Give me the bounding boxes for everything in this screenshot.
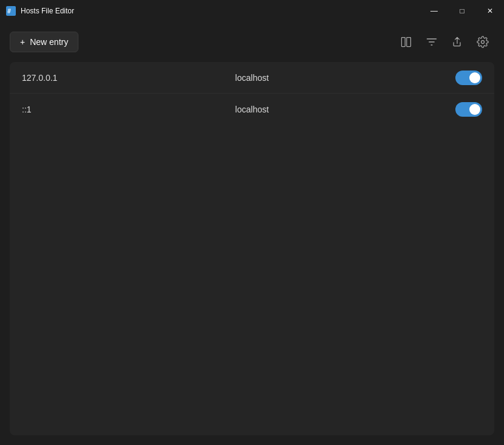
table-row: 127.0.0.1 localhost — [10, 62, 494, 94]
export-button[interactable] — [446, 30, 469, 53]
app-title: Hosts File Editor — [21, 7, 74, 15]
toggle-container — [329, 71, 482, 85]
hostname: localhost — [175, 105, 328, 114]
panel-button[interactable] — [395, 30, 418, 53]
title-bar-left: # Hosts File Editor — [6, 6, 74, 16]
toolbar: + New entry — [10, 22, 494, 62]
svg-rect-3 — [407, 38, 411, 47]
new-entry-button[interactable]: + New entry — [10, 32, 78, 52]
app-icon: # — [6, 6, 16, 16]
svg-text:#: # — [7, 8, 11, 15]
enable-toggle[interactable] — [455, 71, 482, 85]
filter-button[interactable] — [420, 30, 443, 53]
enable-toggle[interactable] — [455, 102, 482, 117]
settings-button[interactable] — [471, 30, 494, 53]
svg-point-4 — [482, 41, 485, 44]
main-content: + New entry — [0, 22, 504, 445]
close-button[interactable]: ✕ — [476, 0, 504, 22]
toolbar-right — [395, 30, 494, 53]
toggle-thumb — [469, 72, 480, 83]
toggle-thumb — [469, 104, 480, 115]
settings-icon — [477, 36, 489, 48]
new-entry-plus: + — [20, 37, 25, 47]
maximize-button[interactable]: □ — [448, 0, 476, 22]
panel-icon — [400, 36, 412, 48]
toolbar-left: + New entry — [10, 32, 78, 52]
ip-address: 127.0.0.1 — [22, 73, 175, 83]
table-row: ::1 localhost — [10, 94, 494, 125]
minimize-button[interactable]: — — [420, 0, 448, 22]
ip-address: ::1 — [22, 105, 175, 114]
svg-rect-2 — [402, 38, 406, 47]
new-entry-label: New entry — [30, 37, 68, 47]
window-controls: — □ ✕ — [420, 0, 504, 22]
export-icon — [451, 36, 463, 48]
filter-icon — [426, 36, 438, 48]
toggle-container — [329, 102, 482, 117]
title-bar: # Hosts File Editor — □ ✕ — [0, 0, 504, 22]
hosts-table: 127.0.0.1 localhost ::1 localhost — [10, 62, 494, 435]
hostname: localhost — [175, 73, 328, 83]
